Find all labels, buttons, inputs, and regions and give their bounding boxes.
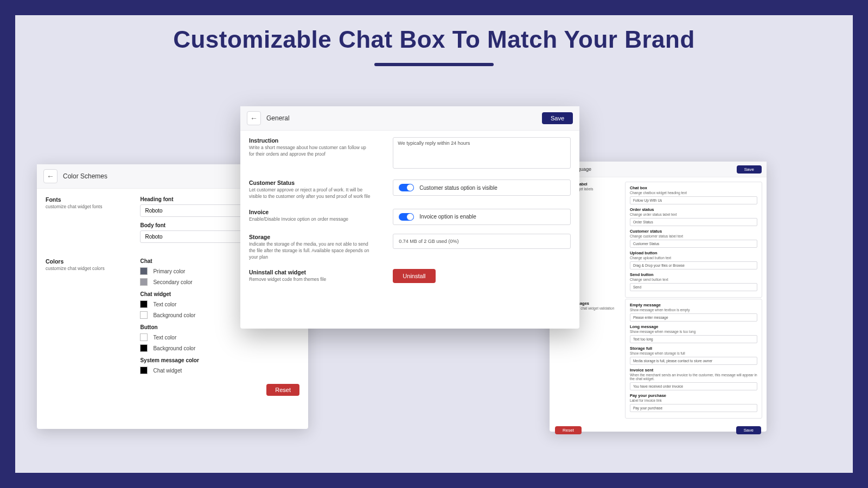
field-sub: Change upload button text (630, 256, 757, 260)
customer-status-toggle[interactable] (399, 184, 414, 191)
color-label: Primary color (153, 268, 185, 274)
save-button[interactable]: Save (736, 426, 761, 434)
color-label: Text color (153, 335, 176, 341)
hero-underline (374, 63, 494, 66)
color-row[interactable]: Background color (140, 344, 299, 352)
page-title: Color Schemes (63, 172, 107, 180)
color-swatch[interactable] (140, 367, 148, 374)
reset-button[interactable]: Reset (266, 384, 299, 396)
save-button[interactable]: Save (542, 112, 573, 124)
color-swatch[interactable] (140, 278, 148, 286)
field-input[interactable]: Text too long (630, 335, 757, 343)
storage-value: 0.74 MB of 2 GB used (0%) (393, 234, 571, 249)
back-icon[interactable]: ← (43, 169, 58, 183)
fonts-sub: customize chat widget fonts (46, 204, 129, 210)
color-swatch[interactable] (140, 333, 148, 341)
page-title: General (266, 114, 290, 122)
color-swatch[interactable] (140, 300, 148, 308)
colors-sub: customize chat widget colors (46, 266, 129, 272)
field-heading: Storage full (630, 346, 757, 351)
field-input[interactable]: Order Status (630, 218, 757, 226)
color-swatch[interactable] (140, 267, 148, 275)
color-swatch[interactable] (140, 311, 148, 319)
field-input[interactable]: Pay your purchase (630, 404, 757, 412)
reset-button[interactable]: Reset (555, 426, 582, 434)
field-sub: Change order status label text (630, 213, 757, 216)
field-sub: Show message when storage is full (630, 351, 757, 355)
color-label: Text color (153, 301, 176, 307)
uninstall-heading: Uninstall chat widget (249, 269, 371, 275)
field-sub: Show message when textbox is empty (630, 308, 757, 312)
panel-general: ← General Save Instruction Write a short… (240, 106, 579, 329)
invoice-heading: Invoice (249, 209, 371, 215)
color-row[interactable]: Text color (140, 333, 299, 341)
storage-sub: Indicate the storage of the media, you a… (249, 241, 371, 261)
system-message-color-heading: System message color (140, 357, 299, 363)
field-heading: Empty message (630, 303, 757, 307)
field-heading: Customer status (630, 229, 757, 234)
invoice-sub: Enable/Disable Invoice option on order m… (249, 216, 371, 223)
field-sub: Change send button text (630, 278, 757, 281)
customer-status-heading: Customer Status (249, 179, 371, 186)
color-label: Background color (153, 312, 195, 318)
field-input[interactable]: Send (630, 283, 757, 291)
field-heading: Order status (630, 207, 757, 212)
invoice-toggle[interactable] (399, 213, 414, 221)
field-sub: When the merchant sends an invoice to th… (630, 373, 757, 381)
color-label: Chat widget (153, 368, 182, 374)
color-label: Secondary color (153, 279, 192, 285)
instruction-sub: Write a short message about how customer… (249, 145, 371, 158)
storage-heading: Storage (249, 234, 371, 240)
field-heading: Chat box (630, 185, 757, 190)
field-sub: Change chatbox widget heading text (630, 191, 757, 195)
field-input[interactable]: Media storage is full, please contact to… (630, 357, 757, 365)
instruction-heading: Instruction (249, 137, 371, 144)
color-swatch[interactable] (140, 344, 148, 352)
field-input[interactable]: You have received order invoice (630, 382, 757, 390)
instruction-textarea[interactable]: We typically reply within 24 hours (393, 137, 571, 169)
field-heading: Pay your purchase (630, 393, 757, 398)
body-font-value: Roboto (145, 234, 162, 240)
invoice-toggle-label: Invoice option is enable (419, 214, 476, 220)
back-icon[interactable]: ← (247, 111, 261, 125)
field-input[interactable]: Customer Status (630, 240, 757, 248)
field-input[interactable]: Follow Up With Us (630, 196, 757, 204)
heading-font-value: Roboto (145, 208, 162, 214)
panel-language: ← Language Save Chat widget label Modify… (550, 162, 767, 432)
uninstall-sub: Remove widget code from themes file (249, 277, 371, 283)
field-input[interactable]: Drag & Drop your files or Browse (630, 261, 757, 269)
uninstall-button[interactable]: Uninstall (393, 269, 435, 283)
field-heading: Long message (630, 324, 757, 329)
field-heading: Upload button (630, 251, 757, 255)
customer-status-sub: Let customer approve or reject a proof o… (249, 187, 371, 200)
field-heading: Send button (630, 272, 757, 277)
save-button[interactable]: Save (737, 165, 762, 174)
field-heading: Invoice sent (630, 368, 757, 373)
field-sub: Change customer status label text (630, 234, 757, 238)
field-input[interactable]: Please enter message (630, 313, 757, 322)
color-row[interactable]: Chat widget (140, 367, 299, 374)
field-sub: Label for invoice link (630, 399, 757, 402)
field-sub: Show message when message is too long (630, 330, 757, 333)
fonts-heading: Fonts (46, 196, 129, 203)
hero-title: Customizable Chat Box To Match Your Bran… (15, 26, 853, 53)
colors-heading: Colors (46, 258, 129, 265)
color-label: Background color (153, 345, 195, 351)
customer-status-toggle-label: Customer status option is visible (419, 185, 497, 191)
